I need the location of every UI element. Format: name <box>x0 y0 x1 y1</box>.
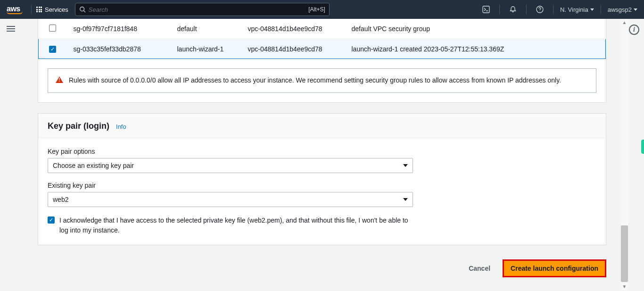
warning-text: Rules with source of 0.0.0.0/0 allow all… <box>69 75 561 86</box>
aws-logo[interactable]: aws <box>7 5 23 14</box>
main-content: sg-0f97f97cf7181f848 default vpc-048814d… <box>23 19 621 291</box>
acknowledge-text: I acknowledge that I have access to the … <box>59 216 418 235</box>
sg-desc: default VPC security group <box>345 19 606 39</box>
keypair-panel: Key pair (login) Info Key pair options C… <box>38 113 606 245</box>
scroll-down[interactable]: ▼ <box>621 283 628 290</box>
sg-vpc: vpc-048814d1b4ee9cd78 <box>241 19 345 39</box>
svg-line-1 <box>83 11 85 13</box>
chevron-down-icon <box>403 164 408 167</box>
keypair-options-value: Choose an existing key pair <box>53 162 134 169</box>
account-menu[interactable]: awsgsp2 <box>608 6 637 13</box>
info-panel-toggle[interactable]: i <box>629 25 639 35</box>
sidebar-toggle[interactable] <box>7 25 15 33</box>
warning-icon <box>56 76 63 83</box>
security-groups-table: sg-0f97f97cf7181f848 default vpc-048814d… <box>38 19 606 59</box>
help-icon[interactable] <box>533 3 546 16</box>
sg-desc: launch-wizard-1 created 2023-05-27T12:55… <box>345 39 606 59</box>
aws-logo-text: aws <box>7 5 20 13</box>
sg-vpc: vpc-048814d1b4ee9cd78 <box>241 39 345 59</box>
sg-id: sg-033c35fef33db2878 <box>67 39 171 59</box>
keypair-options-select[interactable]: Choose an existing key pair <box>48 158 413 173</box>
search-shortcut: [Alt+S] <box>308 6 325 13</box>
search-input[interactable] <box>89 6 308 13</box>
sg-name: launch-wizard-1 <box>171 39 241 59</box>
security-groups-panel: sg-0f97f97cf7181f848 default vpc-048814d… <box>38 19 606 103</box>
account-label: awsgsp2 <box>608 6 632 13</box>
keypair-header: Key pair (login) Info <box>38 114 606 138</box>
svg-point-0 <box>80 7 84 11</box>
scrollbar-thumb[interactable] <box>621 225 628 282</box>
table-row[interactable]: sg-033c35fef33db2878 launch-wizard-1 vpc… <box>39 39 606 59</box>
search-icon <box>79 6 86 13</box>
existing-keypair-value: web2 <box>53 196 68 203</box>
existing-keypair-label: Existing key pair <box>48 182 596 189</box>
scroll-up[interactable]: ▲ <box>621 19 628 26</box>
region-selector[interactable]: N. Virginia <box>560 6 594 13</box>
create-launch-configuration-button[interactable]: Create launch configuration <box>503 259 606 277</box>
chevron-down-icon <box>403 198 408 201</box>
table-row[interactable]: sg-0f97f97cf7181f848 default vpc-048814d… <box>39 19 606 39</box>
svg-rect-2 <box>483 6 489 13</box>
cancel-button[interactable]: Cancel <box>469 265 490 272</box>
keypair-info-link[interactable]: Info <box>116 123 126 130</box>
chevron-down-icon <box>590 8 594 11</box>
chevron-down-icon <box>634 8 637 11</box>
sg-id: sg-0f97f97cf7181f848 <box>67 19 171 39</box>
notifications-icon[interactable] <box>506 3 520 16</box>
services-label: Services <box>45 6 68 13</box>
row-checkbox[interactable] <box>49 25 56 32</box>
form-actions: Cancel Create launch configuration <box>38 256 606 287</box>
services-menu[interactable]: Services <box>36 6 68 13</box>
sg-name: default <box>171 19 241 39</box>
keypair-options-label: Key pair options <box>48 148 596 155</box>
acknowledge-checkbox[interactable] <box>48 216 55 224</box>
row-checkbox[interactable] <box>49 46 56 53</box>
region-label: N. Virginia <box>560 6 588 13</box>
acknowledge-row: I acknowledge that I have access to the … <box>48 216 596 235</box>
security-warning: Rules with source of 0.0.0.0/0 allow all… <box>48 68 596 93</box>
top-nav: aws Services [Alt+S] N. Virginia awsgsp2 <box>0 0 644 19</box>
cloudshell-icon[interactable] <box>479 3 493 16</box>
feedback-tab[interactable] <box>641 140 644 154</box>
keypair-title: Key pair (login) <box>48 121 109 131</box>
grid-icon <box>36 7 42 12</box>
search-box[interactable]: [Alt+S] <box>75 3 330 16</box>
existing-keypair-select[interactable]: web2 <box>48 192 413 207</box>
